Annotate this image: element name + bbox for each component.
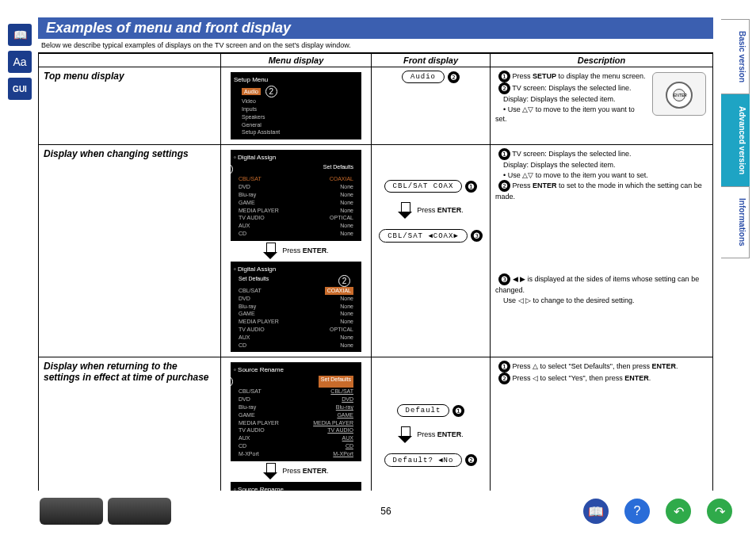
arrow-down-icon <box>398 426 412 444</box>
row3-menu2: ◦ Source Rename Reset to the default val… <box>231 482 361 491</box>
menu-item: General <box>234 121 358 129</box>
menu-value: None <box>340 207 353 215</box>
menu-title: Digital Assign <box>238 266 276 273</box>
menu-value: AUX <box>342 434 353 442</box>
menu-item: GAME <box>239 199 255 207</box>
menu-item: TV AUDIO <box>239 214 265 222</box>
row2-lcd1: CBL/SAT COAX <box>384 180 463 193</box>
menu-item: Blu-ray <box>239 403 256 411</box>
row3-lcd1: Default <box>397 404 450 417</box>
badge-2-icon: ❷ <box>498 82 510 94</box>
menu-item: Setup Assistant <box>234 128 358 136</box>
menu-topline: Set Defaults <box>323 163 353 175</box>
badge-1-icon: ❶ <box>452 405 464 417</box>
desc-text: Display: Displays the selected item. <box>503 161 616 169</box>
menu-value: None <box>340 334 353 342</box>
col-menu-display: Menu display <box>221 53 372 67</box>
menu-item: Video <box>234 97 358 105</box>
menu-item-audio: Audio <box>242 88 261 96</box>
desc-text: TV screen: Displays the selected line. <box>512 150 631 158</box>
row3-lcd2: Default? ◀No <box>384 453 463 467</box>
menu-value: None <box>340 318 353 326</box>
menu-value: M-XPort <box>333 450 353 458</box>
right-tabs: Basic version Advanced version Informati… <box>721 19 750 463</box>
menu-value: None <box>340 342 353 350</box>
book-open-icon[interactable]: 📖 <box>8 24 32 46</box>
menu-item: CD <box>239 442 246 450</box>
left-sidebar: 📖 Aa GUI <box>8 24 32 100</box>
page-title: Examples of menu and front display <box>38 17 713 39</box>
row1-lcd: Audio <box>402 71 445 83</box>
menu-value: None <box>340 199 353 207</box>
row2-menu2: ◦ Digital Assign Set Defaults 2 CBL/SATC… <box>231 262 361 353</box>
badge-2-icon: ❷ <box>498 373 510 384</box>
menu-value: None <box>340 183 353 191</box>
menu-item: Speakers <box>234 113 358 121</box>
menu-item: AUX <box>239 434 250 442</box>
menu-title: Setup Menu <box>234 75 358 84</box>
menu-title: Digital Assign <box>238 154 276 161</box>
menu-value: MEDIA PLAYER <box>313 419 353 427</box>
desc-text: Display: Displays the selected item. <box>503 95 616 103</box>
menu-value: OPTICAL <box>330 326 353 334</box>
badge-1-icon: ❶ <box>465 181 477 193</box>
menu-value: OPTICAL <box>330 214 353 222</box>
menu-item: TV AUDIO <box>239 426 265 434</box>
menu-item: CBL/SAT <box>239 175 262 183</box>
badge-1-icon: ❶ <box>498 361 510 373</box>
menu-value: CBL/SAT <box>330 388 353 396</box>
menu-topline: Set Defaults <box>319 376 353 388</box>
menu-value: None <box>340 222 353 230</box>
row1-menu-screenshot: Setup Menu Audio 2 Video Inputs Speakers… <box>231 72 361 139</box>
badge-3-icon: ❸ <box>498 273 510 285</box>
menu-value: None <box>340 310 353 318</box>
badge-1-icon: ❶ <box>498 71 510 82</box>
desc-text: • Use △▽ to move to the item you want to… <box>503 171 648 179</box>
menu-item: CBL/SAT <box>239 388 262 396</box>
arrow-down-icon <box>263 243 277 260</box>
tab-basic-version[interactable]: Basic version <box>721 19 750 94</box>
row2-lcd2: CBL/SAT ◀COAX▶ <box>379 229 468 243</box>
row2-menu1: ◦ Digital Assign 1Set Defaults CBL/SATCO… <box>231 150 361 241</box>
menu-item: Blu-ray <box>239 191 256 199</box>
tab-advanced-version[interactable]: Advanced version <box>721 94 750 186</box>
page-content: Examples of menu and front display Below… <box>38 17 713 491</box>
tab-informations[interactable]: Informations <box>721 186 750 258</box>
arrow-down-icon <box>263 463 277 480</box>
menu-item: AUX <box>239 334 250 342</box>
row3-name: Display when returning to the settings i… <box>44 361 216 383</box>
badge-2-icon: ❷ <box>448 71 460 83</box>
menu-value: CD <box>346 442 353 450</box>
badge-2-icon: ❷ <box>498 180 510 192</box>
aa-dict-icon[interactable]: Aa <box>8 51 32 73</box>
menu-item: GAME <box>239 411 255 419</box>
badge-2-icon: ❷ <box>465 454 477 466</box>
gui-icon[interactable]: GUI <box>8 78 32 100</box>
menu-title: Source Rename <box>238 366 284 373</box>
desc-text: TV screen: Displays the selected line. <box>512 84 631 92</box>
menu-item: TV AUDIO <box>239 326 265 334</box>
menu-value: None <box>340 295 353 303</box>
menu-item: CD <box>239 230 246 238</box>
col-front-display: Front display <box>372 53 491 67</box>
menu-value: TV AUDIO <box>327 426 353 434</box>
page-subtitle: Below we describe typical examples of di… <box>41 41 713 49</box>
menu-value: DVD <box>342 396 353 403</box>
menu-item: Inputs <box>234 105 358 113</box>
menu-title: Source Rename <box>238 486 284 491</box>
row3-menu1: ◦ Source Rename 1Set Defaults CBL/SATCBL… <box>231 362 361 460</box>
page-number: 56 <box>40 506 732 517</box>
row1-name: Top menu display <box>44 71 216 82</box>
menu-value: GAME <box>337 411 353 419</box>
menu-item: MEDIA PLAYER <box>239 318 279 326</box>
menu-item: DVD <box>239 396 250 403</box>
desc-text: ◀ ▶ is displayed at the sides of items w… <box>495 275 699 294</box>
menu-item: MEDIA PLAYER <box>239 419 279 427</box>
desc-text: Use ◁ ▷ to change to the desired setting… <box>503 296 635 304</box>
bottom-nav: 56 📖 ? ↶ ↷ <box>40 495 732 527</box>
menu-item: Blu-ray <box>239 303 256 311</box>
desc-text: • Use △▽ to move to the item you want to… <box>495 105 635 124</box>
desc-text: to display the menu screen. <box>559 72 646 80</box>
desc-text: to set to the mode in which the setting … <box>495 182 702 201</box>
col-description: Description <box>491 53 713 67</box>
